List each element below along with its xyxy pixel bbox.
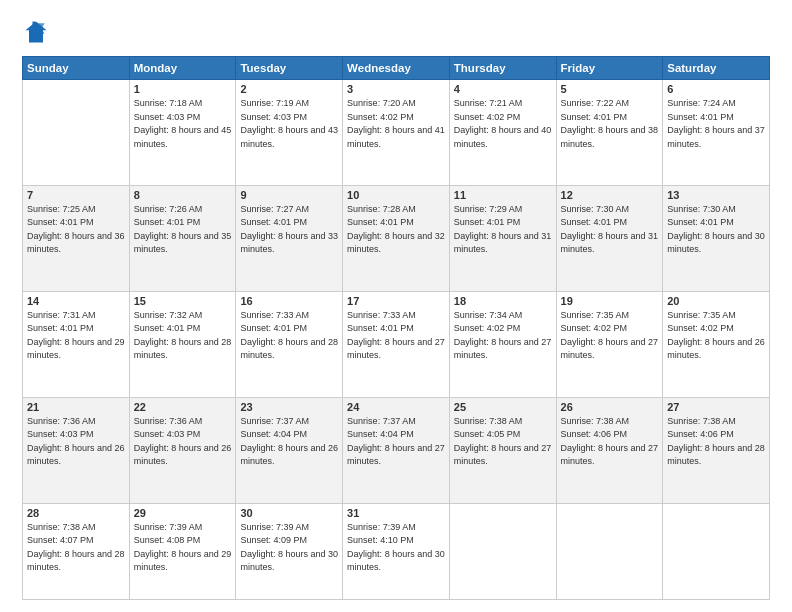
day-info: Sunrise: 7:18 AMSunset: 4:03 PMDaylight:… (134, 97, 232, 151)
calendar-table: SundayMondayTuesdayWednesdayThursdayFrid… (22, 56, 770, 600)
calendar-cell: 17 Sunrise: 7:33 AMSunset: 4:01 PMDaylig… (343, 291, 450, 397)
calendar-cell: 11 Sunrise: 7:29 AMSunset: 4:01 PMDaylig… (449, 185, 556, 291)
calendar-cell: 3 Sunrise: 7:20 AMSunset: 4:02 PMDayligh… (343, 80, 450, 186)
day-number: 2 (240, 83, 338, 95)
day-number: 18 (454, 295, 552, 307)
calendar-cell: 28 Sunrise: 7:38 AMSunset: 4:07 PMDaylig… (23, 503, 130, 599)
calendar-cell: 2 Sunrise: 7:19 AMSunset: 4:03 PMDayligh… (236, 80, 343, 186)
day-info: Sunrise: 7:31 AMSunset: 4:01 PMDaylight:… (27, 309, 125, 363)
day-number: 9 (240, 189, 338, 201)
day-number: 12 (561, 189, 659, 201)
calendar-cell: 18 Sunrise: 7:34 AMSunset: 4:02 PMDaylig… (449, 291, 556, 397)
day-info: Sunrise: 7:38 AMSunset: 4:06 PMDaylight:… (561, 415, 659, 469)
calendar-cell: 16 Sunrise: 7:33 AMSunset: 4:01 PMDaylig… (236, 291, 343, 397)
day-info: Sunrise: 7:28 AMSunset: 4:01 PMDaylight:… (347, 203, 445, 257)
calendar-cell: 30 Sunrise: 7:39 AMSunset: 4:09 PMDaylig… (236, 503, 343, 599)
calendar-cell: 12 Sunrise: 7:30 AMSunset: 4:01 PMDaylig… (556, 185, 663, 291)
day-info: Sunrise: 7:34 AMSunset: 4:02 PMDaylight:… (454, 309, 552, 363)
calendar-cell: 8 Sunrise: 7:26 AMSunset: 4:01 PMDayligh… (129, 185, 236, 291)
day-number: 29 (134, 507, 232, 519)
day-number: 28 (27, 507, 125, 519)
calendar-cell: 27 Sunrise: 7:38 AMSunset: 4:06 PMDaylig… (663, 397, 770, 503)
day-info: Sunrise: 7:22 AMSunset: 4:01 PMDaylight:… (561, 97, 659, 151)
day-info: Sunrise: 7:27 AMSunset: 4:01 PMDaylight:… (240, 203, 338, 257)
calendar-week-2: 7 Sunrise: 7:25 AMSunset: 4:01 PMDayligh… (23, 185, 770, 291)
day-number: 19 (561, 295, 659, 307)
weekday-tuesday: Tuesday (236, 57, 343, 80)
day-info: Sunrise: 7:25 AMSunset: 4:01 PMDaylight:… (27, 203, 125, 257)
day-number: 22 (134, 401, 232, 413)
day-number: 10 (347, 189, 445, 201)
day-info: Sunrise: 7:33 AMSunset: 4:01 PMDaylight:… (347, 309, 445, 363)
weekday-thursday: Thursday (449, 57, 556, 80)
calendar-week-5: 28 Sunrise: 7:38 AMSunset: 4:07 PMDaylig… (23, 503, 770, 599)
day-info: Sunrise: 7:32 AMSunset: 4:01 PMDaylight:… (134, 309, 232, 363)
day-info: Sunrise: 7:26 AMSunset: 4:01 PMDaylight:… (134, 203, 232, 257)
day-number: 26 (561, 401, 659, 413)
calendar-cell: 1 Sunrise: 7:18 AMSunset: 4:03 PMDayligh… (129, 80, 236, 186)
calendar-cell: 25 Sunrise: 7:38 AMSunset: 4:05 PMDaylig… (449, 397, 556, 503)
calendar-cell: 21 Sunrise: 7:36 AMSunset: 4:03 PMDaylig… (23, 397, 130, 503)
day-number: 7 (27, 189, 125, 201)
calendar-cell: 22 Sunrise: 7:36 AMSunset: 4:03 PMDaylig… (129, 397, 236, 503)
day-number: 17 (347, 295, 445, 307)
day-info: Sunrise: 7:37 AMSunset: 4:04 PMDaylight:… (347, 415, 445, 469)
calendar-cell: 4 Sunrise: 7:21 AMSunset: 4:02 PMDayligh… (449, 80, 556, 186)
day-info: Sunrise: 7:39 AMSunset: 4:09 PMDaylight:… (240, 521, 338, 575)
day-info: Sunrise: 7:20 AMSunset: 4:02 PMDaylight:… (347, 97, 445, 151)
day-number: 13 (667, 189, 765, 201)
day-info: Sunrise: 7:19 AMSunset: 4:03 PMDaylight:… (240, 97, 338, 151)
day-number: 11 (454, 189, 552, 201)
logo (22, 18, 54, 46)
calendar-cell: 13 Sunrise: 7:30 AMSunset: 4:01 PMDaylig… (663, 185, 770, 291)
calendar-week-3: 14 Sunrise: 7:31 AMSunset: 4:01 PMDaylig… (23, 291, 770, 397)
calendar-cell (449, 503, 556, 599)
weekday-friday: Friday (556, 57, 663, 80)
day-info: Sunrise: 7:39 AMSunset: 4:08 PMDaylight:… (134, 521, 232, 575)
day-number: 14 (27, 295, 125, 307)
logo-icon (22, 18, 50, 46)
day-info: Sunrise: 7:33 AMSunset: 4:01 PMDaylight:… (240, 309, 338, 363)
day-info: Sunrise: 7:35 AMSunset: 4:02 PMDaylight:… (667, 309, 765, 363)
day-info: Sunrise: 7:30 AMSunset: 4:01 PMDaylight:… (667, 203, 765, 257)
calendar-cell: 31 Sunrise: 7:39 AMSunset: 4:10 PMDaylig… (343, 503, 450, 599)
day-number: 16 (240, 295, 338, 307)
calendar-cell: 14 Sunrise: 7:31 AMSunset: 4:01 PMDaylig… (23, 291, 130, 397)
day-number: 6 (667, 83, 765, 95)
header (22, 18, 770, 46)
day-number: 1 (134, 83, 232, 95)
calendar-cell: 29 Sunrise: 7:39 AMSunset: 4:08 PMDaylig… (129, 503, 236, 599)
day-info: Sunrise: 7:30 AMSunset: 4:01 PMDaylight:… (561, 203, 659, 257)
calendar-cell: 9 Sunrise: 7:27 AMSunset: 4:01 PMDayligh… (236, 185, 343, 291)
calendar-cell: 7 Sunrise: 7:25 AMSunset: 4:01 PMDayligh… (23, 185, 130, 291)
calendar-cell: 20 Sunrise: 7:35 AMSunset: 4:02 PMDaylig… (663, 291, 770, 397)
day-number: 25 (454, 401, 552, 413)
day-info: Sunrise: 7:38 AMSunset: 4:05 PMDaylight:… (454, 415, 552, 469)
calendar-week-4: 21 Sunrise: 7:36 AMSunset: 4:03 PMDaylig… (23, 397, 770, 503)
day-info: Sunrise: 7:36 AMSunset: 4:03 PMDaylight:… (134, 415, 232, 469)
day-number: 21 (27, 401, 125, 413)
calendar-cell: 15 Sunrise: 7:32 AMSunset: 4:01 PMDaylig… (129, 291, 236, 397)
calendar-cell: 24 Sunrise: 7:37 AMSunset: 4:04 PMDaylig… (343, 397, 450, 503)
calendar-cell (556, 503, 663, 599)
day-info: Sunrise: 7:38 AMSunset: 4:07 PMDaylight:… (27, 521, 125, 575)
day-info: Sunrise: 7:21 AMSunset: 4:02 PMDaylight:… (454, 97, 552, 151)
calendar-cell: 26 Sunrise: 7:38 AMSunset: 4:06 PMDaylig… (556, 397, 663, 503)
calendar-cell: 23 Sunrise: 7:37 AMSunset: 4:04 PMDaylig… (236, 397, 343, 503)
svg-rect-2 (33, 22, 36, 40)
calendar-week-1: 1 Sunrise: 7:18 AMSunset: 4:03 PMDayligh… (23, 80, 770, 186)
day-number: 20 (667, 295, 765, 307)
day-info: Sunrise: 7:36 AMSunset: 4:03 PMDaylight:… (27, 415, 125, 469)
weekday-sunday: Sunday (23, 57, 130, 80)
calendar-cell: 6 Sunrise: 7:24 AMSunset: 4:01 PMDayligh… (663, 80, 770, 186)
calendar-cell: 10 Sunrise: 7:28 AMSunset: 4:01 PMDaylig… (343, 185, 450, 291)
day-info: Sunrise: 7:37 AMSunset: 4:04 PMDaylight:… (240, 415, 338, 469)
calendar-cell (663, 503, 770, 599)
day-number: 3 (347, 83, 445, 95)
day-number: 30 (240, 507, 338, 519)
day-number: 8 (134, 189, 232, 201)
day-info: Sunrise: 7:35 AMSunset: 4:02 PMDaylight:… (561, 309, 659, 363)
day-info: Sunrise: 7:39 AMSunset: 4:10 PMDaylight:… (347, 521, 445, 575)
day-number: 27 (667, 401, 765, 413)
weekday-wednesday: Wednesday (343, 57, 450, 80)
